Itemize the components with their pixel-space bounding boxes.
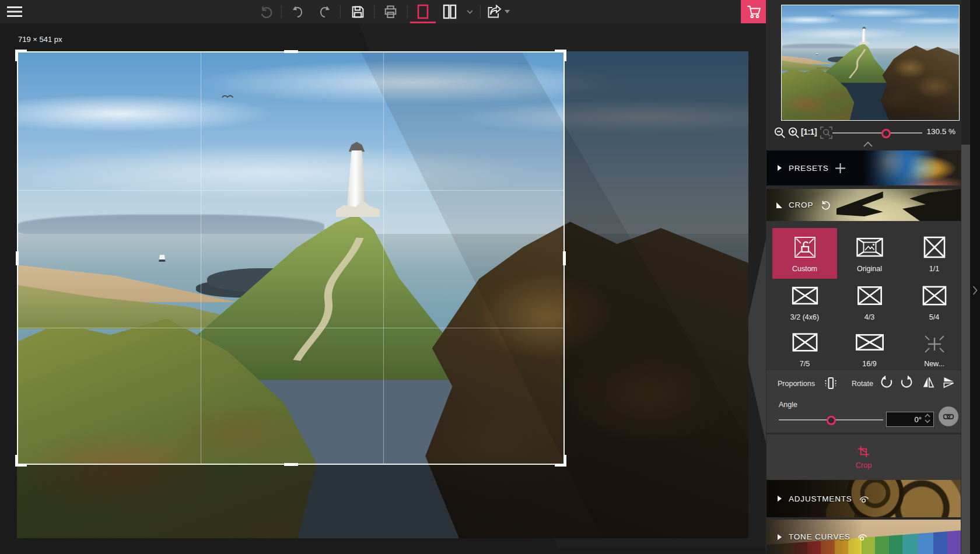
zoom-slider-knob[interactable]: [881, 129, 891, 138]
crop-ratio-4-3[interactable]: 4/3: [837, 279, 902, 324]
navigator-zoom-controls: [1:1] 130.5 %: [766, 124, 961, 142]
toolbar: [0, 0, 766, 23]
cart-button[interactable]: [741, 0, 766, 23]
panel-scrollbar[interactable]: [961, 0, 970, 554]
navigator-thumbnail[interactable]: [781, 5, 960, 121]
zoom-in-button[interactable]: [787, 126, 800, 139]
crop-tool-icon: [857, 445, 870, 458]
rotate-left-button[interactable]: [879, 375, 894, 390]
ratio-icon: [789, 329, 821, 356]
ratio-label: Original: [857, 265, 882, 273]
rotate-right-button[interactable]: [900, 375, 914, 390]
crop-ratio-1-1[interactable]: 1/1: [902, 228, 961, 279]
crop-ratio-custom[interactable]: Custom: [772, 228, 837, 279]
crop-handle-bottom-right[interactable]: [555, 455, 566, 467]
crop-ratio-3-2-4x6[interactable]: 3/2 (4x6): [772, 279, 837, 324]
collapsed-triangle-icon: [776, 165, 782, 171]
flip-horizontal-button[interactable]: [922, 376, 935, 389]
ratio-icon: [918, 329, 951, 356]
ratio-icon: [918, 282, 951, 309]
share-button[interactable]: [485, 0, 512, 23]
crop-handle-bottom-left[interactable]: [15, 455, 27, 467]
crop-handle-bottom[interactable]: [284, 463, 298, 466]
navigator-zoom-slider[interactable]: [832, 132, 922, 134]
crop-ratio-16-9[interactable]: 16/9: [837, 324, 902, 372]
crop-handle-top-left[interactable]: [15, 50, 27, 61]
ratio-label: 4/3: [864, 313, 874, 321]
crop-ratio-new[interactable]: New...: [902, 324, 961, 372]
zoom-out-button[interactable]: [773, 126, 786, 139]
scene-boat: [816, 53, 818, 55]
proportions-label: Proportions: [778, 380, 815, 388]
ratio-label: 16/9: [862, 360, 876, 368]
crop-header-art-hand: [836, 191, 883, 219]
ratio-icon: [853, 329, 886, 356]
fit-to-screen-button[interactable]: [820, 126, 833, 139]
canvas: 719 × 541 px: [0, 23, 766, 554]
straighten-level-button[interactable]: [939, 406, 958, 426]
collapsed-triangle-icon: [776, 496, 782, 502]
crop-ratio-7-5[interactable]: 7/5: [772, 324, 837, 372]
visibility-eye-icon[interactable]: [859, 495, 870, 503]
angle-spinner[interactable]: [925, 413, 930, 423]
reset-crop-icon[interactable]: [820, 199, 831, 211]
rotate-label: Rotate: [852, 380, 873, 388]
grid-line-vertical: [383, 52, 384, 464]
scrollbar-thumb[interactable]: [961, 145, 970, 554]
add-preset-icon[interactable]: [835, 163, 845, 173]
menu-button[interactable]: [4, 0, 26, 23]
print-button[interactable]: [379, 0, 401, 23]
ratio-icon: [853, 282, 886, 309]
panel-scroll-up-icon[interactable]: [863, 142, 873, 147]
toolbar-separator: [281, 5, 282, 18]
ratio-label: 7/5: [800, 360, 810, 368]
compare-view-button[interactable]: [438, 0, 461, 23]
crop-ratio-area: Custom Original 1/1 3/2 (4x6) 4/3: [766, 221, 961, 370]
crop-header-art-hand: [902, 189, 961, 221]
ratio-label: 3/2 (4x6): [790, 313, 819, 321]
angle-slider[interactable]: [779, 419, 883, 420]
undo-button[interactable]: [286, 0, 308, 23]
zoom-percent-value: 130.5 %: [926, 127, 956, 136]
crop-ratio-5-4[interactable]: 5/4: [902, 279, 961, 324]
crop-handle-right[interactable]: [563, 251, 566, 265]
section-adjustments-header[interactable]: ADJUSTMENTS: [766, 480, 961, 517]
right-gutter: [970, 0, 980, 554]
reset-history-button[interactable]: [254, 0, 276, 23]
collapse-panel-chevron[interactable]: [972, 286, 978, 295]
presets-title: PRESETS: [789, 164, 829, 173]
crop-dim-overlay-bottom: [17, 465, 565, 538]
crop-button-label: Crop: [855, 461, 872, 469]
grid-line-horizontal: [18, 190, 564, 191]
grid-line-vertical: [201, 52, 201, 464]
redo-button[interactable]: [314, 0, 337, 23]
view-options-chevron-icon[interactable]: [463, 0, 476, 23]
grid-line-horizontal: [18, 328, 564, 328]
crop-handle-top[interactable]: [284, 50, 298, 53]
ratio-icon: [789, 282, 821, 309]
crop-handle-top-right[interactable]: [555, 50, 566, 61]
ratio-icon: [853, 234, 886, 261]
single-view-button[interactable]: [411, 0, 435, 23]
section-crop-header[interactable]: CROP: [766, 189, 961, 221]
proportions-swap-button[interactable]: [823, 376, 838, 391]
apply-crop-button[interactable]: Crop: [766, 434, 961, 480]
crop-size-label: 719 × 541 px: [18, 35, 62, 44]
tone-curves-title: TONE CURVES: [789, 532, 850, 541]
crop-handle-left[interactable]: [16, 251, 19, 265]
toolbar-separator: [340, 5, 341, 18]
toolbar-separator: [374, 5, 374, 18]
crop-ratio-original[interactable]: Original: [837, 228, 902, 279]
section-tone-curves-header[interactable]: TONE CURVES: [766, 520, 961, 554]
section-presets-header[interactable]: PRESETS: [766, 150, 961, 185]
collapsed-triangle-icon: [776, 534, 782, 540]
angle-slider-knob[interactable]: [827, 416, 836, 425]
expanded-triangle-icon: [776, 202, 782, 208]
photo-editor-window: 719 × 541 px: [0, 0, 980, 554]
actual-size-button[interactable]: [1:1]: [801, 127, 817, 136]
crop-transform-controls: Proportions Rotate Angle: [766, 370, 961, 433]
crop-frame[interactable]: [17, 51, 565, 465]
visibility-eye-icon[interactable]: [857, 532, 868, 541]
flip-vertical-button[interactable]: [942, 376, 956, 389]
save-button[interactable]: [346, 0, 369, 23]
